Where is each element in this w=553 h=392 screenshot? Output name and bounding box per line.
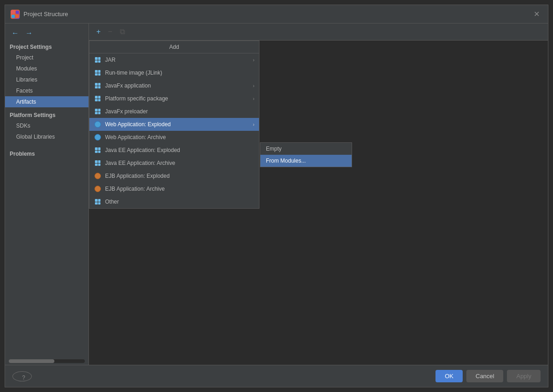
dialog-body: ← → Project Settings Project Modules Lib… bbox=[5, 23, 548, 365]
problems-label: Problems bbox=[5, 148, 88, 159]
menu-item-web-archive[interactable]: Web Application: Archive bbox=[89, 131, 259, 144]
jar-icon bbox=[94, 56, 101, 64]
forward-button[interactable]: → bbox=[24, 28, 35, 38]
jar-arrow: › bbox=[253, 58, 254, 63]
menu-item-ejb-exploded[interactable]: EJB Application: Exploded bbox=[89, 170, 259, 182]
menu-item-javaee-exploded-label: Java EE Application: Exploded bbox=[105, 147, 180, 153]
menu-item-ejb-archive[interactable]: EJB Application: Archive bbox=[89, 182, 259, 195]
javafx-preloader-icon bbox=[94, 108, 101, 115]
dialog-title: Project Structure bbox=[24, 11, 68, 18]
web-exploded-arrow: › bbox=[253, 122, 254, 127]
sidebar-item-global-libraries[interactable]: Global Libraries bbox=[5, 131, 88, 142]
submenu-item-empty[interactable]: Empty bbox=[260, 143, 352, 155]
menu-item-other-label: Other bbox=[105, 199, 119, 205]
cancel-button[interactable]: Cancel bbox=[466, 370, 503, 382]
menu-item-runtime-label: Run-time image (JLink) bbox=[105, 70, 162, 76]
web-exploded-icon bbox=[94, 121, 101, 128]
back-button[interactable]: ← bbox=[10, 28, 21, 38]
menu-item-web-exploded-label: Web Application: Exploded bbox=[105, 121, 171, 128]
menu-item-javafx-app[interactable]: JavaFx application › bbox=[89, 79, 259, 92]
dropdown-header: Add bbox=[89, 41, 259, 53]
submenu-item-from-modules[interactable]: From Modules... bbox=[260, 155, 352, 167]
menu-item-ejb-exploded-label: EJB Application: Exploded bbox=[105, 173, 170, 179]
menu-item-jar[interactable]: JAR › bbox=[89, 53, 259, 66]
svg-rect-1 bbox=[16, 11, 19, 14]
menu-item-web-exploded[interactable]: Web Application: Exploded › bbox=[89, 118, 259, 131]
svg-rect-3 bbox=[16, 15, 19, 18]
menu-item-javaee-exploded[interactable]: Java EE Application: Exploded bbox=[89, 144, 259, 157]
project-structure-dialog: Project Structure ✕ ← → Project Settings… bbox=[5, 5, 548, 387]
menu-item-other[interactable]: Other bbox=[89, 195, 259, 208]
svg-rect-0 bbox=[12, 11, 15, 14]
sidebar-item-artifacts[interactable]: Artifacts bbox=[5, 96, 88, 107]
menu-item-platform[interactable]: Platform specific package › bbox=[89, 92, 259, 105]
title-bar: Project Structure ✕ bbox=[5, 5, 548, 23]
dialog-footer: ? OK Cancel Apply bbox=[5, 365, 548, 387]
svg-rect-2 bbox=[12, 15, 15, 18]
remove-button[interactable]: − bbox=[105, 26, 115, 37]
menu-item-jar-label: JAR bbox=[105, 57, 116, 63]
nav-row: ← → bbox=[5, 25, 88, 41]
add-button[interactable]: + bbox=[94, 26, 103, 37]
menu-item-web-archive-label: Web Application: Archive bbox=[105, 134, 166, 140]
close-button[interactable]: ✕ bbox=[531, 9, 542, 19]
platform-icon bbox=[94, 95, 101, 102]
other-icon bbox=[94, 198, 101, 205]
main-content: + − ⧉ Add JAR bbox=[89, 23, 548, 365]
title-bar-left: Project Structure bbox=[11, 10, 68, 19]
menu-item-javafx-preloader-label: JavaFx preloader bbox=[105, 108, 148, 115]
ejb-exploded-icon bbox=[94, 172, 101, 180]
copy-button[interactable]: ⧉ bbox=[117, 26, 128, 37]
javaee-archive-icon bbox=[94, 159, 101, 167]
menu-item-javaee-archive-label: Java EE Application: Archive bbox=[105, 160, 175, 166]
sidebar-item-libraries[interactable]: Libraries bbox=[5, 74, 88, 85]
ok-button[interactable]: OK bbox=[435, 370, 463, 382]
javafx-app-arrow: › bbox=[253, 83, 254, 88]
project-settings-label: Project Settings bbox=[5, 41, 88, 52]
submenu: Empty From Modules... bbox=[260, 142, 352, 167]
menu-item-runtime[interactable]: Run-time image (JLink) bbox=[89, 66, 259, 79]
platform-arrow: › bbox=[253, 96, 254, 101]
runtime-icon bbox=[94, 69, 101, 76]
sidebar-item-sdks[interactable]: SDKs bbox=[5, 120, 88, 131]
sidebar-scrollbar-thumb bbox=[9, 359, 54, 363]
platform-settings-label: Platform Settings bbox=[5, 109, 88, 120]
web-archive-icon bbox=[94, 134, 101, 141]
javaee-exploded-icon bbox=[94, 146, 101, 154]
sidebar-item-project[interactable]: Project bbox=[5, 52, 88, 63]
sidebar-scrollbar bbox=[9, 359, 85, 363]
help-button[interactable]: ? bbox=[12, 371, 32, 381]
menu-item-platform-label: Platform specific package bbox=[105, 95, 168, 102]
content-area: Add JAR › bbox=[89, 41, 548, 365]
app-icon bbox=[11, 10, 20, 19]
javafx-app-icon bbox=[94, 82, 101, 89]
sidebar-item-facets[interactable]: Facets bbox=[5, 85, 88, 96]
menu-item-javaee-archive[interactable]: Java EE Application: Archive bbox=[89, 157, 259, 170]
sidebar-item-modules[interactable]: Modules bbox=[5, 63, 88, 74]
add-dropdown-menu: Add JAR › bbox=[89, 41, 259, 209]
apply-button[interactable]: Apply bbox=[507, 370, 541, 382]
ejb-archive-icon bbox=[94, 185, 101, 193]
menu-item-javafx-app-label: JavaFx application bbox=[105, 82, 151, 89]
toolbar: + − ⧉ bbox=[89, 23, 548, 41]
menu-item-ejb-archive-label: EJB Application: Archive bbox=[105, 186, 165, 192]
sidebar: ← → Project Settings Project Modules Lib… bbox=[5, 23, 89, 365]
menu-item-javafx-preloader[interactable]: JavaFx preloader bbox=[89, 105, 259, 118]
